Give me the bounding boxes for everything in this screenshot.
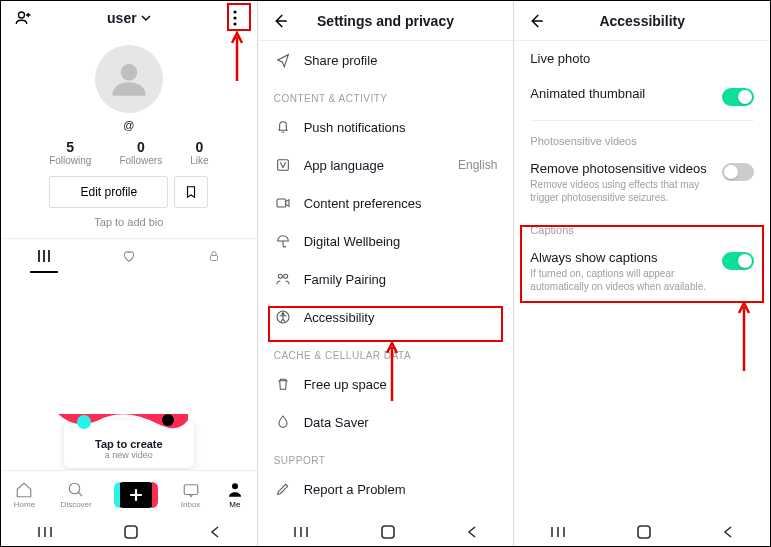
sys-recents-icon[interactable] <box>36 525 54 539</box>
row-report[interactable]: Report a Problem <box>258 470 514 508</box>
back-button[interactable] <box>522 12 550 30</box>
grid-icon <box>37 249 51 263</box>
stat-like[interactable]: 0 Like <box>190 139 208 166</box>
accessibility-icon <box>274 309 292 325</box>
sys-home-icon[interactable] <box>636 524 652 540</box>
sys-recents-icon[interactable] <box>292 525 310 539</box>
sys-home-icon[interactable] <box>123 524 139 540</box>
profile-handle: @ <box>1 119 257 131</box>
nav-home[interactable]: Home <box>14 481 35 509</box>
username-text: user <box>107 10 137 26</box>
row-pref[interactable]: Content preferences <box>258 184 514 222</box>
create-card[interactable]: Tap to create a new video <box>64 420 194 468</box>
accessibility-title: Accessibility <box>550 13 734 29</box>
svg-rect-18 <box>382 526 394 538</box>
row-lang[interactable]: App language English <box>258 146 514 184</box>
bookmark-button[interactable] <box>174 176 208 208</box>
back-arrow-icon <box>271 12 289 30</box>
svg-rect-11 <box>125 526 137 538</box>
row-captions[interactable]: Always show captions If turned on, capti… <box>514 240 770 303</box>
toggle-photosensitive[interactable] <box>722 163 754 181</box>
svg-point-6 <box>77 415 91 429</box>
svg-rect-5 <box>211 256 218 261</box>
row-free[interactable]: Free up space <box>258 365 514 403</box>
row-animated-thumbnail[interactable]: Animated thumbnail <box>514 76 770 116</box>
bio-prompt[interactable]: Tap to add bio <box>1 216 257 228</box>
lock-icon <box>208 249 220 263</box>
bookmark-icon <box>184 185 198 199</box>
annotation-arrow-menu <box>231 31 243 81</box>
tab-private[interactable] <box>171 239 256 273</box>
sys-recents-icon[interactable] <box>549 525 567 539</box>
person-icon <box>226 481 244 499</box>
row-family[interactable]: Family Pairing <box>258 260 514 298</box>
share-icon <box>274 52 292 68</box>
nav-discover[interactable]: Discover <box>61 481 92 509</box>
svg-point-0 <box>19 12 25 18</box>
sys-back-icon[interactable] <box>465 525 479 539</box>
section-support: SUPPORT <box>258 441 514 470</box>
annotation-arrow-captions <box>738 301 750 371</box>
sys-back-icon[interactable] <box>208 525 222 539</box>
row-push[interactable]: Push notifications <box>258 108 514 146</box>
svg-rect-19 <box>638 526 650 538</box>
svg-point-10 <box>232 483 238 489</box>
profile-topbar: user <box>1 1 257 35</box>
section-cache: CACHE & CELLULAR DATA <box>258 336 514 365</box>
search-icon <box>67 481 85 499</box>
profile-stats: 5 Following 0 Followers 0 Like <box>1 139 257 166</box>
row-wellbeing[interactable]: Digital Wellbeing <box>258 222 514 260</box>
captions-heading: Captions <box>514 214 770 240</box>
avatar[interactable] <box>95 45 163 113</box>
row-accessibility[interactable]: Accessibility <box>258 298 514 336</box>
profile-screen: user @ 5 Following 0 Followers 0 Like <box>1 1 258 546</box>
row-saver[interactable]: Data Saver <box>258 403 514 441</box>
stat-following[interactable]: 5 Following <box>49 139 91 166</box>
back-button[interactable] <box>266 12 294 30</box>
stat-followers[interactable]: 0 Followers <box>119 139 162 166</box>
nav-me[interactable]: Me <box>226 481 244 509</box>
nav-inbox[interactable]: Inbox <box>181 481 201 509</box>
tab-grid[interactable] <box>1 239 86 273</box>
divider <box>530 120 754 121</box>
drop-icon <box>274 414 292 430</box>
svg-rect-12 <box>277 160 288 171</box>
menu-icon[interactable] <box>223 10 247 26</box>
lang-value: English <box>458 158 497 172</box>
section-content: CONTENT & ACTIVITY <box>258 79 514 108</box>
language-icon <box>274 157 292 173</box>
create-decoration <box>58 414 188 436</box>
family-icon <box>274 271 292 287</box>
svg-rect-9 <box>184 484 198 494</box>
row-photosensitive[interactable]: Remove photosensitive videos Remove vide… <box>514 151 770 214</box>
settings-topbar: Settings and privacy <box>258 1 514 41</box>
toggle-animated-thumbnail[interactable] <box>722 88 754 106</box>
back-arrow-icon <box>527 12 545 30</box>
svg-point-1 <box>233 10 236 13</box>
bottom-nav: Home Discover Inbox Me <box>1 470 257 518</box>
svg-point-3 <box>233 22 236 25</box>
sys-home-icon[interactable] <box>380 524 396 540</box>
accessibility-topbar: Accessibility <box>514 1 770 41</box>
svg-point-7 <box>162 414 174 426</box>
umbrella-icon <box>274 233 292 249</box>
toggle-captions[interactable] <box>722 252 754 270</box>
tab-liked[interactable] <box>86 239 171 273</box>
sys-back-icon[interactable] <box>721 525 735 539</box>
create-button[interactable] <box>117 482 155 508</box>
profile-username-dropdown[interactable]: user <box>35 10 223 26</box>
home-icon <box>15 481 33 499</box>
row-share-profile[interactable]: Share profile <box>258 41 514 79</box>
svg-point-4 <box>120 64 137 81</box>
add-user-icon[interactable] <box>11 9 35 27</box>
svg-rect-13 <box>277 199 286 207</box>
svg-point-17 <box>282 313 284 315</box>
row-live-photo[interactable]: Live photo <box>514 41 770 76</box>
create-title: Tap to create <box>70 438 188 450</box>
settings-screen: Settings and privacy Share profile CONTE… <box>258 1 515 546</box>
edit-profile-button[interactable]: Edit profile <box>49 176 168 208</box>
photosensitive-heading: Photosensitive videos <box>514 125 770 151</box>
bell-icon <box>274 119 292 135</box>
svg-point-2 <box>233 16 236 19</box>
settings-title: Settings and privacy <box>294 13 478 29</box>
